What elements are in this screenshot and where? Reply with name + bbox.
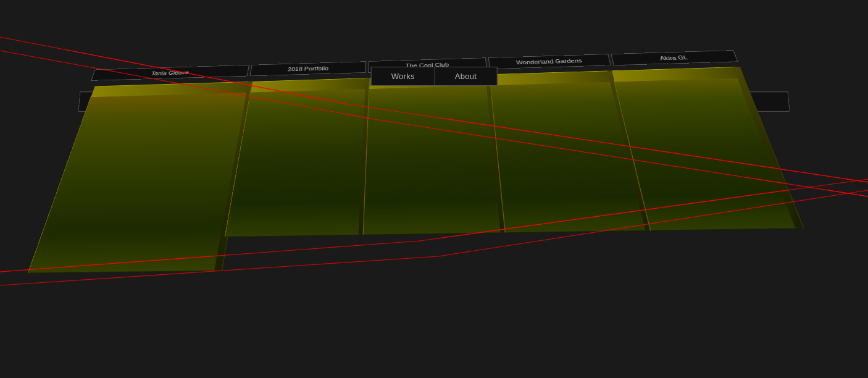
nav-bar: Works About xyxy=(371,67,498,86)
nav-works-button[interactable]: Works xyxy=(371,67,435,86)
project-label-4: Akira GL xyxy=(611,50,738,65)
project-label-3: Wonderland Gardens xyxy=(488,54,611,69)
project-label-1: 2018 Portfolio xyxy=(250,61,367,76)
project-label-0: Tania Gleave xyxy=(91,65,249,81)
nav-about-button[interactable]: About xyxy=(435,67,497,86)
box-0[interactable] xyxy=(28,91,249,273)
box-2[interactable] xyxy=(363,84,502,235)
box-scene: Tania Gleave 2018 Portfolio The Cool Clu… xyxy=(0,86,868,364)
project-boxes xyxy=(28,77,811,273)
main-scene: Works About 2014 2015 2016 2017 2018 201… xyxy=(0,0,868,378)
